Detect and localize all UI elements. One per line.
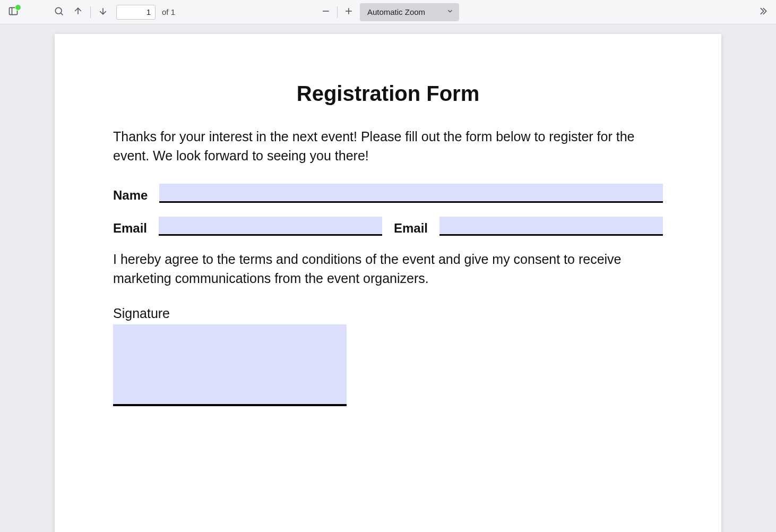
signature-label: Signature xyxy=(113,306,663,321)
page-count-label: of 1 xyxy=(162,7,175,16)
svg-line-3 xyxy=(61,13,63,15)
notification-dot-icon xyxy=(15,4,21,11)
svg-point-2 xyxy=(55,7,62,14)
email-field-1[interactable] xyxy=(159,217,382,236)
signature-field[interactable] xyxy=(113,324,347,406)
chevrons-right-icon xyxy=(757,6,768,18)
previous-page-button[interactable] xyxy=(69,3,87,21)
arrow-down-icon xyxy=(98,6,108,18)
chevron-down-icon xyxy=(446,7,454,16)
email-field-2[interactable] xyxy=(439,217,663,236)
plus-icon xyxy=(343,6,354,18)
pdf-toolbar: of 1 Automatic Zoom xyxy=(0,0,776,24)
page-number-input[interactable] xyxy=(116,5,156,20)
minus-icon xyxy=(321,6,331,18)
email-label-1: Email xyxy=(113,221,147,236)
toolbar-divider xyxy=(337,6,338,18)
intro-text: Thanks for your interest in the next eve… xyxy=(113,127,663,166)
zoom-out-button[interactable] xyxy=(317,3,335,21)
pdf-page: Registration Form Thanks for your intere… xyxy=(55,34,721,532)
find-button[interactable] xyxy=(50,3,68,21)
zoom-in-button[interactable] xyxy=(340,3,358,21)
name-label: Name xyxy=(113,188,148,203)
arrow-up-icon xyxy=(73,6,83,18)
email-label-2: Email xyxy=(394,221,428,236)
zoom-select[interactable]: Automatic Zoom xyxy=(360,3,459,21)
zoom-select-label: Automatic Zoom xyxy=(367,7,425,16)
pdf-viewer[interactable]: Registration Form Thanks for your intere… xyxy=(0,24,776,532)
consent-text: I hereby agree to the terms and conditio… xyxy=(113,250,663,288)
email-row: Email Email xyxy=(113,217,663,236)
name-field[interactable] xyxy=(159,184,663,203)
toggle-sidebar-button[interactable] xyxy=(4,3,22,21)
document-title: Registration Form xyxy=(113,82,663,106)
name-row: Name xyxy=(113,184,663,203)
search-icon xyxy=(54,6,64,18)
toolbar-divider xyxy=(90,6,91,18)
tools-button[interactable] xyxy=(754,3,772,21)
next-page-button[interactable] xyxy=(94,3,112,21)
